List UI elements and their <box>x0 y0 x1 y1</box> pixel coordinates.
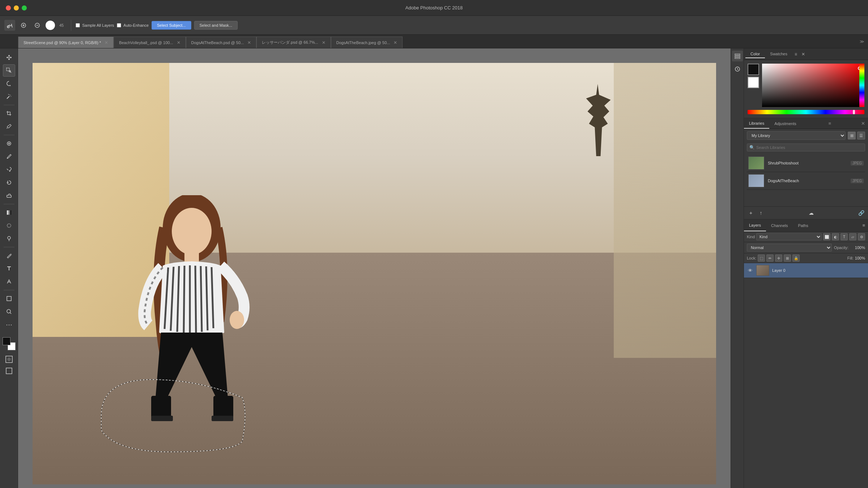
filter-smart-icon[interactable]: ⚙ <box>858 233 865 240</box>
tab-close-5[interactable]: ✕ <box>393 40 397 45</box>
tab-collapse-btn[interactable]: ≫ <box>856 39 868 44</box>
library-selector[interactable]: My Library <box>747 131 846 140</box>
color-gradient-area[interactable] <box>762 64 864 107</box>
right-icons-bar <box>731 48 744 488</box>
lock-artboard-btn[interactable]: ⊞ <box>784 254 791 262</box>
gradient-tool[interactable] <box>3 206 15 219</box>
layers-blend-row: Normal Opacity: 100% <box>744 242 868 253</box>
blur-tool[interactable] <box>3 219 15 232</box>
eyedropper-tool[interactable] <box>3 120 15 133</box>
filter-type-icon[interactable]: T <box>841 233 848 240</box>
hue-bar[interactable] <box>748 110 864 114</box>
libraries-panel-menu[interactable]: ≡ <box>826 121 834 126</box>
lock-position-btn[interactable]: ✛ <box>775 254 782 262</box>
layer-comps-icon[interactable] <box>732 51 743 61</box>
zoom-tool[interactable] <box>3 305 15 318</box>
traffic-lights <box>6 5 27 10</box>
select-and-mask-button[interactable]: Select and Mask... <box>194 21 238 30</box>
document-tab-5[interactable]: DogsAtTheBeach.jpeg @ 50... ✕ <box>331 37 403 48</box>
filter-shape-icon[interactable]: ▱ <box>849 233 856 240</box>
sample-all-layers-label: Sample All Layers <box>82 23 114 27</box>
blend-mode-selector[interactable]: Normal <box>747 244 832 252</box>
dodge-tool[interactable] <box>3 232 15 245</box>
foreground-color-swatch[interactable] <box>3 337 10 345</box>
foreground-color-picker[interactable] <box>748 64 759 75</box>
text-tool[interactable] <box>3 262 15 275</box>
auto-enhance-checkbox[interactable] <box>117 23 121 27</box>
paths-tab[interactable]: Paths <box>793 219 813 231</box>
swatches-tab[interactable]: Swatches <box>765 50 792 58</box>
library-add-button[interactable]: + <box>747 209 755 217</box>
stamp-tool[interactable] <box>3 163 15 176</box>
pen-tool[interactable] <box>3 249 15 262</box>
channels-tab[interactable]: Channels <box>766 219 793 231</box>
library-item-2[interactable]: DogsAtTheBeach JPEG <box>747 172 865 190</box>
minimize-button[interactable] <box>14 5 19 10</box>
library-search-input[interactable] <box>756 145 863 150</box>
magic-wand-tool[interactable] <box>3 90 15 103</box>
svg-rect-7 <box>7 195 11 197</box>
layer-visibility-0[interactable]: 👁 <box>747 267 753 274</box>
lock-transparent-btn[interactable]: ⬚ <box>758 254 765 262</box>
lasso-tool[interactable] <box>3 77 15 90</box>
document-tab-3[interactable]: DogsAtTheBeach.psd @ 50... ✕ <box>186 37 257 48</box>
screen-mode-button[interactable] <box>4 365 14 376</box>
library-list-view[interactable]: ☰ <box>857 132 865 140</box>
document-tab-2[interactable]: BeachVolleyball_.psd @ 100... ✕ <box>114 37 186 48</box>
opacity-value[interactable]: 100% <box>851 245 865 250</box>
fullscreen-button[interactable] <box>22 5 27 10</box>
layers-panel-menu[interactable]: ≡ <box>859 223 868 228</box>
path-selection-tool[interactable] <box>3 275 15 288</box>
properties-icon[interactable] <box>732 64 743 74</box>
history-brush-tool[interactable] <box>3 176 15 189</box>
brush-tool[interactable] <box>3 150 15 163</box>
select-subject-button[interactable]: Select Subject... <box>152 21 191 30</box>
libraries-main-tab[interactable]: Libraries <box>744 118 769 129</box>
layers-tab[interactable]: Layers <box>744 219 766 231</box>
sample-all-layers-checkbox[interactable] <box>76 23 80 27</box>
library-upload-button[interactable]: ↑ <box>757 209 765 217</box>
layers-kind-filter[interactable]: Kind <box>756 233 822 240</box>
filter-adjust-icon[interactable]: ◐ <box>832 233 839 240</box>
filter-pixel-icon[interactable]: ⬜ <box>823 233 830 240</box>
fill-value[interactable]: 100% <box>855 256 865 260</box>
tab-close-3[interactable]: ✕ <box>247 40 251 45</box>
library-cloud-button[interactable]: ☁ <box>807 209 815 217</box>
item-thumb-1 <box>748 157 764 170</box>
add-selection-tool[interactable] <box>18 20 29 31</box>
more-tools[interactable]: ⋯ <box>3 318 15 331</box>
layer-row-0[interactable]: 👁 Layer 0 <box>744 263 868 278</box>
subtract-selection-tool[interactable] <box>32 20 43 31</box>
libraries-panel-close[interactable]: ✕ <box>858 121 868 126</box>
library-item-1[interactable]: ShrubPhotoshoot JPEG <box>747 154 865 172</box>
rectangle-tool[interactable] <box>3 292 15 305</box>
adjustments-tab[interactable]: Adjustments <box>769 118 801 129</box>
lock-all-btn[interactable]: 🔒 <box>792 254 800 262</box>
background-color-picker[interactable] <box>748 77 759 88</box>
tab-close-1[interactable]: ✕ <box>105 40 108 45</box>
library-grid-view[interactable]: ⊞ <box>848 132 856 140</box>
spot-healing-tool[interactable] <box>3 137 15 150</box>
close-button[interactable] <box>6 5 11 10</box>
quick-mask-button[interactable] <box>4 354 14 365</box>
tab-close-4[interactable]: ✕ <box>322 40 326 45</box>
document-tab-1[interactable]: StreetScene.psd @ 90% (Layer 0, RGB/8) *… <box>18 37 114 48</box>
selection-tool[interactable] <box>3 64 15 77</box>
color-swatches-panel: Color Swatches ≡ ✕ <box>744 48 868 118</box>
canvas-area[interactable] <box>18 48 731 488</box>
move-tool[interactable] <box>3 51 15 64</box>
library-link-button[interactable]: 🔗 <box>857 209 865 217</box>
document-tab-4[interactable]: レッサーパンダ.psd @ 66.7%... ✕ <box>256 37 331 48</box>
crop-tool[interactable] <box>3 107 15 120</box>
color-tab[interactable]: Color <box>745 50 765 58</box>
right-layout: Color Swatches ≡ ✕ <box>731 48 868 488</box>
quick-selection-tool[interactable] <box>4 20 15 31</box>
lock-pixels-btn[interactable]: ✏ <box>766 254 774 262</box>
brush-preview[interactable] <box>46 21 55 30</box>
color-panel-close[interactable]: ✕ <box>799 52 807 57</box>
svg-point-18 <box>230 311 244 329</box>
tool-separator-1 <box>4 105 14 105</box>
tab-close-2[interactable]: ✕ <box>177 40 180 45</box>
eraser-tool[interactable] <box>3 189 15 202</box>
color-panel-collapse[interactable]: ≡ <box>792 52 799 57</box>
